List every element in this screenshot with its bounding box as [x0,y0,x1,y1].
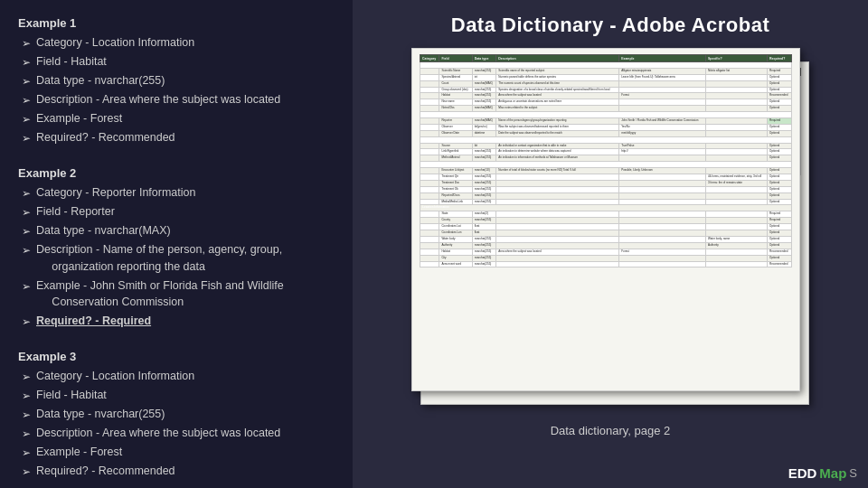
arrow-icon: ➢ [22,204,31,221]
list-item: ➢Category - Reporter Information [22,184,335,202]
example-2-block: Example 2 ➢Category - Reporter Informati… [18,166,335,330]
list-item: ➢Category - Location Information [22,368,335,385]
list-item: ➢Field - Habitat [22,387,335,404]
list-item: ➢Data type - nvarchar(MAX) [22,222,335,239]
arrow-icon: ➢ [22,426,31,442]
list-item: ➢Required? - Recommended [22,463,335,480]
arrow-icon: ➢ [22,314,31,330]
list-item: ➢Description - Name of the person, agenc… [22,241,335,276]
arrow-icon: ➢ [22,111,31,127]
list-item: ➢Data type - nvarchar(255) [22,406,335,423]
list-item: ➢Category - Location Information [22,34,335,52]
example-3-block: Example 3 ➢Category - Location Informati… [18,350,335,480]
doc-table-1: CategoryFieldData typeDescriptionExample… [420,54,792,267]
arrow-icon: ➢ [22,278,31,295]
list-item: ➢Example - Forest [22,110,335,127]
list-item: ➢Description - Area where the subject wa… [22,91,335,108]
example-1-list: ➢Category - Location Information ➢Field … [18,34,335,146]
right-panel: Data Dictionary - Adobe Acrobat Category… [353,0,868,488]
document-container: CategoryFieldData typeDescriptionExample… [402,48,818,418]
example-1-block: Example 1 ➢Category - Location Informati… [18,16,335,146]
logo-area: EDD Map S [788,465,857,481]
list-item: ➢Example - Forest [22,444,335,461]
arrow-icon: ➢ [22,445,31,461]
arrow-icon: ➢ [22,54,31,70]
list-item: ➢Required? - Required [22,313,335,330]
logo-map-text: Map [819,465,846,481]
arrow-icon: ➢ [22,185,31,202]
arrow-icon: ➢ [22,242,31,258]
page-caption: Data dictionary, page 2 [551,424,671,437]
arrow-icon: ➢ [22,388,31,404]
arrow-icon: ➢ [22,407,31,423]
example-3-title: Example 3 [18,350,335,363]
logo-edd-text: EDD [788,465,817,481]
example-2-list: ➢Category - Reporter Information ➢Field … [18,184,335,330]
arrow-icon: ➢ [22,130,31,146]
arrow-icon: ➢ [22,92,31,108]
list-item: ➢Field - Reporter [22,203,335,221]
arrow-icon: ➢ [22,73,31,89]
list-item: ➢Example - John Smith or Florida Fish an… [22,277,335,312]
arrow-icon: ➢ [22,223,31,239]
arrow-icon: ➢ [22,369,31,385]
example-2-title: Example 2 [18,166,335,180]
page-title: Data Dictionary - Adobe Acrobat [451,14,769,37]
arrow-icon: ➢ [22,464,31,480]
list-item: ➢Description - Area where the subject wa… [22,425,335,442]
list-item: ➢Data type - nvarchar(255) [22,72,335,89]
list-item: ➢Required? - Recommended [22,129,335,146]
example-1-title: Example 1 [18,16,335,30]
left-panel: Example 1 ➢Category - Location Informati… [0,0,353,488]
arrow-icon: ➢ [22,35,31,52]
logo-s-text: S [849,466,857,480]
list-item: ➢Field - Habitat [22,53,335,70]
doc-inner-1: CategoryFieldData typeDescriptionExample… [412,49,799,273]
example-3-list: ➢Category - Location Information ➢Field … [18,368,335,480]
document-page-1: CategoryFieldData typeDescriptionExample… [411,48,800,391]
